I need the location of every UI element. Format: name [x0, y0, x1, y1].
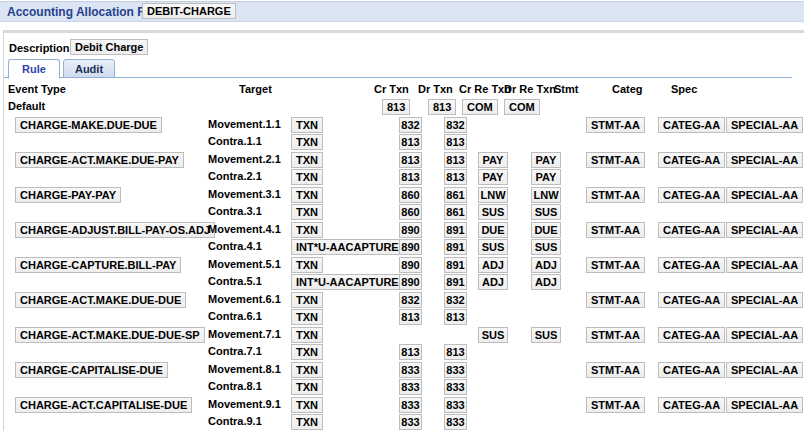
- stmt-field[interactable]: STMT-AA: [586, 292, 645, 308]
- cr-txn-field[interactable]: 832: [399, 292, 422, 308]
- dr-re-txn-field[interactable]: ADJ: [531, 257, 561, 273]
- cr-re-txn-field[interactable]: ADJ: [478, 257, 508, 273]
- spec-field[interactable]: SPECIAL-AA: [726, 327, 803, 343]
- target-txn-field[interactable]: TXN: [291, 327, 323, 343]
- event-type-field[interactable]: CHARGE-CAPTURE.BILL-PAY: [15, 257, 181, 273]
- dr-txn-field[interactable]: 832: [444, 292, 467, 308]
- categ-field[interactable]: CATEG-AA: [658, 362, 725, 378]
- stmt-field[interactable]: STMT-AA: [586, 327, 645, 343]
- spec-field[interactable]: SPECIAL-AA: [726, 362, 803, 378]
- dr-txn-field[interactable]: 891: [444, 222, 467, 238]
- target-txn-field[interactable]: TXN: [291, 309, 323, 325]
- event-type-field[interactable]: CHARGE-ACT.MAKE.DUE-DUE-SP: [15, 327, 205, 343]
- stmt-field[interactable]: STMT-AA: [586, 397, 645, 413]
- categ-field[interactable]: CATEG-AA: [658, 152, 725, 168]
- dr-re-txn-field[interactable]: SUS: [531, 239, 561, 255]
- dr-txn-field[interactable]: 813: [444, 309, 467, 325]
- dr-re-txn-field[interactable]: PAY: [531, 169, 561, 185]
- dr-txn-field[interactable]: 833: [444, 379, 467, 395]
- spec-field[interactable]: SPECIAL-AA: [726, 257, 803, 273]
- cr-txn-field[interactable]: 833: [399, 414, 422, 430]
- cr-txn-field[interactable]: 890: [399, 239, 422, 255]
- cr-re-txn-field[interactable]: SUS: [478, 327, 508, 343]
- cr-txn-field[interactable]: 833: [399, 379, 422, 395]
- cr-txn-field[interactable]: 832: [399, 117, 422, 133]
- target-txn-field[interactable]: TXN: [291, 257, 323, 273]
- target-txn-field[interactable]: TXN: [291, 362, 323, 378]
- cr-re-txn-field[interactable]: PAY: [478, 152, 508, 168]
- dr-txn-field[interactable]: 861: [444, 204, 467, 220]
- event-type-field[interactable]: CHARGE-ACT.MAKE.DUE-PAY: [15, 152, 184, 168]
- stmt-field[interactable]: STMT-AA: [586, 222, 645, 238]
- dr-re-txn-field[interactable]: ADJ: [531, 274, 561, 290]
- stmt-field[interactable]: STMT-AA: [586, 152, 645, 168]
- cr-txn-field[interactable]: 860: [399, 204, 422, 220]
- dr-txn-field[interactable]: 833: [444, 414, 467, 430]
- dr-txn-field[interactable]: 891: [444, 239, 467, 255]
- cr-txn-field[interactable]: 833: [399, 362, 422, 378]
- cr-txn-field[interactable]: 813: [399, 152, 422, 168]
- cr-txn-field[interactable]: 813: [399, 134, 422, 150]
- event-type-field[interactable]: CHARGE-PAY-PAY: [15, 187, 121, 203]
- dr-re-txn-field[interactable]: COM: [504, 99, 540, 115]
- cr-txn-field[interactable]: 890: [399, 274, 422, 290]
- dr-txn-field[interactable]: 813: [444, 169, 467, 185]
- categ-field[interactable]: CATEG-AA: [658, 292, 725, 308]
- target-txn-field[interactable]: TXN: [291, 414, 323, 430]
- dr-txn-field[interactable]: 813: [444, 344, 467, 360]
- target-txn-field[interactable]: TXN: [291, 152, 323, 168]
- cr-txn-field[interactable]: 813: [382, 99, 410, 115]
- stmt-field[interactable]: STMT-AA: [586, 187, 645, 203]
- event-type-field[interactable]: CHARGE-MAKE.DUE-DUE: [15, 117, 162, 133]
- dr-txn-field[interactable]: 832: [444, 117, 467, 133]
- target-txn-field[interactable]: TXN: [291, 344, 323, 360]
- categ-field[interactable]: CATEG-AA: [658, 222, 725, 238]
- cr-re-txn-field[interactable]: DUE: [478, 222, 508, 238]
- target-txn-field[interactable]: TXN: [291, 204, 323, 220]
- dr-txn-field[interactable]: 891: [444, 274, 467, 290]
- target-txn-field[interactable]: TXN: [291, 134, 323, 150]
- cr-re-txn-field[interactable]: SUS: [478, 239, 508, 255]
- dr-txn-field[interactable]: 891: [444, 257, 467, 273]
- dr-re-txn-field[interactable]: LNW: [531, 187, 561, 203]
- cr-re-txn-field[interactable]: SUS: [478, 204, 508, 220]
- cr-txn-field[interactable]: 860: [399, 187, 422, 203]
- dr-txn-field[interactable]: 813: [444, 134, 467, 150]
- cr-re-txn-field[interactable]: PAY: [478, 169, 508, 185]
- event-type-field[interactable]: CHARGE-ADJUST.BILL-PAY-OS.ADJ: [15, 222, 215, 238]
- categ-field[interactable]: CATEG-AA: [658, 397, 725, 413]
- spec-field[interactable]: SPECIAL-AA: [726, 117, 803, 133]
- target-txn-field[interactable]: TXN: [291, 379, 323, 395]
- target-txn-field[interactable]: TXN: [291, 187, 323, 203]
- spec-field[interactable]: SPECIAL-AA: [726, 222, 803, 238]
- categ-field[interactable]: CATEG-AA: [658, 117, 725, 133]
- cr-txn-field[interactable]: 890: [399, 257, 422, 273]
- cr-txn-field[interactable]: 890: [399, 222, 422, 238]
- categ-field[interactable]: CATEG-AA: [658, 257, 725, 273]
- event-type-field[interactable]: CHARGE-CAPITALISE-DUE: [15, 362, 168, 378]
- dr-txn-field[interactable]: 861: [444, 187, 467, 203]
- cr-re-txn-field[interactable]: LNW: [478, 187, 508, 203]
- dr-re-txn-field[interactable]: SUS: [531, 327, 561, 343]
- categ-field[interactable]: CATEG-AA: [658, 327, 725, 343]
- dr-txn-field[interactable]: 833: [444, 362, 467, 378]
- cr-txn-field[interactable]: 813: [399, 169, 422, 185]
- stmt-field[interactable]: STMT-AA: [586, 257, 645, 273]
- target-txn-field[interactable]: INT*U-AACAPTURE: [291, 274, 404, 290]
- stmt-field[interactable]: STMT-AA: [586, 117, 645, 133]
- cr-re-txn-field[interactable]: COM: [462, 99, 498, 115]
- cr-txn-field[interactable]: 813: [399, 309, 422, 325]
- spec-field[interactable]: SPECIAL-AA: [726, 152, 803, 168]
- dr-re-txn-field[interactable]: SUS: [531, 204, 561, 220]
- target-txn-field[interactable]: INT*U-AACAPTURE: [291, 239, 404, 255]
- event-type-field[interactable]: CHARGE-ACT.MAKE.DUE-DUE: [15, 292, 186, 308]
- stmt-field[interactable]: STMT-AA: [586, 362, 645, 378]
- record-id-field[interactable]: DEBIT-CHARGE: [142, 3, 236, 19]
- cr-re-txn-field[interactable]: ADJ: [478, 274, 508, 290]
- dr-re-txn-field[interactable]: PAY: [531, 152, 561, 168]
- tab-rule[interactable]: Rule: [8, 59, 60, 79]
- dr-re-txn-field[interactable]: DUE: [531, 222, 561, 238]
- dr-txn-field[interactable]: 833: [444, 397, 467, 413]
- spec-field[interactable]: SPECIAL-AA: [726, 397, 803, 413]
- spec-field[interactable]: SPECIAL-AA: [726, 187, 803, 203]
